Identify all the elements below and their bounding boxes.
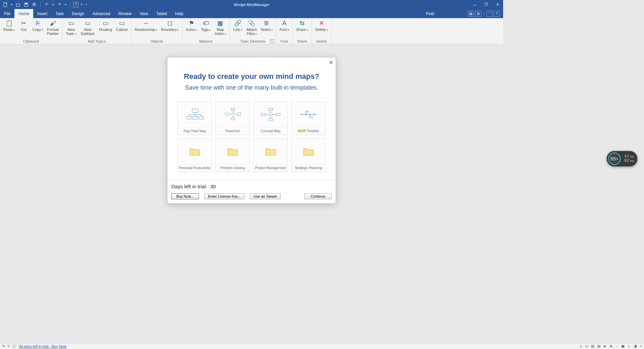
format-icon: 🖌	[49, 19, 57, 27]
minimize-button[interactable]: —	[469, 0, 480, 9]
continue-button[interactable]: Continue	[304, 193, 332, 199]
tab-task[interactable]: Task	[51, 9, 68, 18]
enter-license-button[interactable]: Enter License Key...	[204, 193, 245, 199]
group-label: Share	[294, 39, 310, 44]
tab-design[interactable]: Design	[68, 9, 88, 18]
template-thumb	[291, 102, 325, 128]
svg-point-18	[301, 114, 303, 115]
qat-help-icon[interactable]: ?	[73, 2, 78, 7]
close-button[interactable]: ✕	[492, 0, 503, 9]
ribbon-format-painter[interactable]: 🖌FormatPainter	[45, 19, 61, 36]
template-org-chart-map[interactable]: Org-Chart Map	[177, 101, 212, 135]
delete-icon: ✕	[318, 19, 325, 27]
template-strategic-planning[interactable]: Strategic Planning	[291, 138, 326, 172]
qat-save-icon[interactable]	[23, 1, 30, 8]
window-controls: — ❐ ✕	[469, 0, 503, 9]
ribbon-share[interactable]: ⇆Share	[294, 19, 310, 33]
help-icon[interactable]: ?	[494, 11, 500, 17]
tab-file[interactable]: File	[0, 9, 14, 18]
ribbon-delete[interactable]: ✕Delete	[313, 19, 330, 33]
cut-icon: ✂	[20, 19, 27, 27]
template-project-management[interactable]: Project Management	[253, 138, 288, 172]
svg-point-10	[225, 113, 229, 115]
qat-open-icon[interactable]	[15, 1, 21, 8]
svg-point-21	[313, 114, 315, 115]
ribbon-cut[interactable]: ✂Cut	[17, 19, 30, 32]
qat-redo-drop[interactable]: ▾	[64, 1, 67, 8]
svg-rect-15	[269, 118, 273, 120]
link-icon: 🔗	[234, 19, 241, 27]
callout-icon: ▭	[118, 19, 125, 27]
paste-icon: 📋	[5, 19, 13, 27]
qat-undo-drop[interactable]: ▾	[51, 1, 55, 8]
ribbon-copy[interactable]: ⎘Copy	[30, 19, 45, 33]
collapse-ribbon-icon[interactable]: ˄	[486, 11, 492, 17]
new-icon: ▭	[84, 19, 91, 27]
ribbon-boundary[interactable]: ◻Boundary	[159, 19, 181, 33]
ribbon-attach-files[interactable]: 📎AttachFiles	[245, 19, 259, 37]
qat-new-drop-icon[interactable]: ▾	[10, 1, 13, 8]
svg-rect-16	[261, 113, 265, 115]
tab-tablet[interactable]: Tablet	[152, 9, 171, 18]
group-label: Topic Elements↘	[231, 39, 275, 44]
template-name: Strategic Planning	[291, 164, 325, 171]
template-grid: Org-Chart MapFlowchartConcept MapNEW Tim…	[177, 101, 326, 172]
qat-undo-icon[interactable]: ↶	[43, 1, 50, 8]
template-name: Personal Productivity	[178, 164, 212, 171]
tab-insert[interactable]: Insert	[33, 9, 51, 18]
group-label: Markers	[184, 39, 228, 44]
template-thumb	[291, 139, 325, 164]
ribbon-paste[interactable]: 📋Paste	[1, 19, 17, 33]
ribbon-new-subtopic[interactable]: ▭NewSubtopic	[78, 19, 97, 36]
qat-help-drop[interactable]: ▾	[80, 1, 83, 8]
template-timeline[interactable]: NEW Timeline	[291, 101, 326, 135]
ribbon-new-topic[interactable]: ▭NewTopic	[64, 19, 78, 37]
ribbon-floating[interactable]: ▭Floating	[97, 19, 114, 32]
template-thumb	[216, 102, 250, 128]
ribbon-group-delete: ✕DeleteDelete	[312, 18, 332, 44]
new-icon: ▭	[67, 19, 75, 27]
restore-button[interactable]: ❐	[480, 0, 492, 9]
use-as-viewer-button[interactable]: Use as Viewer	[250, 193, 281, 199]
template-flowchart[interactable]: Flowchart	[215, 101, 250, 135]
tags-icon: 🏷	[202, 19, 210, 27]
qat-new-icon[interactable]	[2, 1, 9, 8]
ribbon-notes[interactable]: 🗎Notes	[259, 19, 275, 33]
svg-point-13	[269, 113, 272, 116]
ribbon-group-font: AFontFont	[276, 18, 293, 44]
template-concept-map[interactable]: Concept Map	[253, 101, 288, 135]
ribbon-callout[interactable]: ▭Callout	[114, 19, 129, 32]
template-problem-solving[interactable]: Problem Solving	[215, 138, 250, 172]
template-name: NEW Timeline	[291, 128, 325, 135]
buy-now-button[interactable]: Buy Now...	[171, 193, 199, 199]
ribbon-map-index[interactable]: ▦MapIndex	[213, 19, 228, 37]
map-icon: ▦	[217, 19, 224, 27]
dialog-close-icon[interactable]: ✕	[329, 59, 333, 66]
ribbon-group-markers: ⚑Icons🏷Tags▦MapIndexMarkers	[182, 18, 229, 44]
group-label: Add Topics	[64, 39, 129, 44]
ribbon-font[interactable]: AFont	[278, 19, 291, 33]
group-launcher-icon[interactable]: ↘	[270, 39, 274, 43]
find-area: Find: ▤ ⊞ | ˄ ?	[426, 9, 503, 18]
welcome-dialog: ✕ Ready to create your own mind maps? Sa…	[167, 57, 336, 204]
ribbon-link[interactable]: 🔗Link	[231, 19, 245, 33]
notes-icon: 🗎	[263, 19, 270, 27]
tab-review[interactable]: Review	[114, 9, 136, 18]
template-name: Project Management	[254, 164, 287, 171]
tab-home[interactable]: Home	[14, 9, 33, 18]
qat-customize-icon[interactable]: ▿	[85, 1, 88, 8]
svg-rect-11	[237, 113, 241, 115]
tab-advanced[interactable]: Advanced	[88, 9, 114, 18]
find-view2-icon[interactable]: ⊞	[475, 11, 481, 17]
template-thumb	[254, 139, 287, 164]
template-personal-productivity[interactable]: Personal Productivity	[177, 138, 212, 172]
tab-view[interactable]: View	[136, 9, 152, 18]
qat-redo-icon[interactable]: ↷	[56, 1, 63, 8]
ribbon-tags[interactable]: 🏷Tags	[199, 19, 213, 33]
ribbon-relationship[interactable]: ↔Relationship	[132, 19, 159, 33]
find-view1-icon[interactable]: ▤	[468, 11, 474, 17]
tab-help[interactable]: Help	[171, 9, 187, 18]
ribbon-icons[interactable]: ⚑Icons	[184, 19, 199, 33]
svg-rect-14	[269, 108, 273, 110]
qat-print-icon[interactable]	[31, 1, 38, 8]
